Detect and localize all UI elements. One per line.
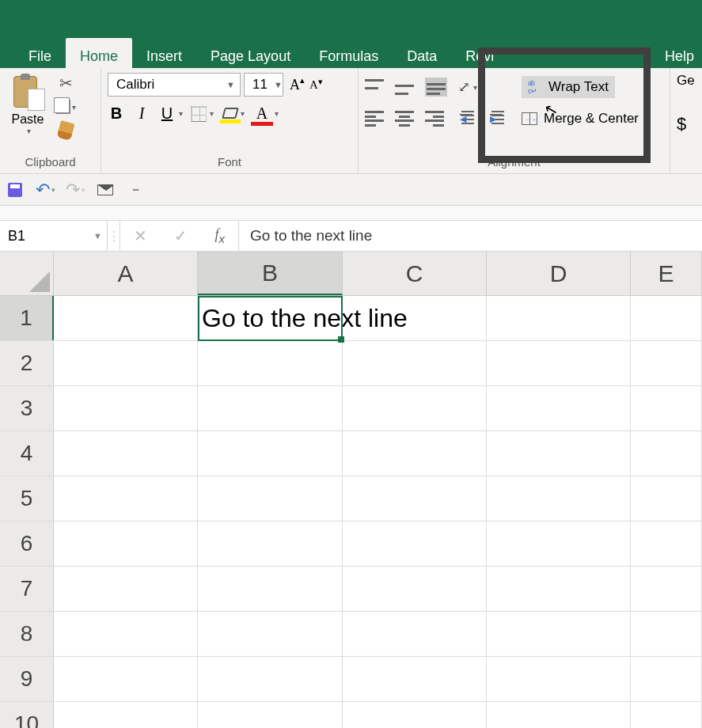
align-top-button[interactable] [365, 79, 384, 95]
cell[interactable] [198, 612, 343, 656]
cell[interactable] [487, 386, 631, 430]
column-header-b[interactable]: B [198, 252, 343, 295]
cell[interactable] [198, 702, 343, 728]
cell[interactable] [343, 341, 487, 385]
name-box[interactable]: B1 ▼ [0, 221, 108, 251]
tab-formulas[interactable]: Formulas [305, 38, 393, 68]
cell[interactable] [54, 702, 198, 728]
cell[interactable] [487, 521, 631, 566]
email-button[interactable] [97, 181, 114, 199]
row-header-10[interactable]: 10 [0, 702, 54, 728]
redo-button[interactable]: ↷▾ [66, 181, 84, 199]
cell[interactable] [54, 657, 198, 701]
cell[interactable] [54, 386, 198, 430]
cell[interactable] [487, 431, 631, 476]
row-header-1[interactable]: 1 [0, 296, 54, 340]
cell[interactable] [198, 521, 343, 566]
cell[interactable] [487, 476, 631, 521]
merge-center-button[interactable]: →← Merge & Center ▾ [515, 108, 657, 130]
tab-review[interactable]: Revi [451, 38, 508, 68]
cell[interactable] [631, 567, 702, 611]
font-size-combo[interactable]: 11 ▼ [244, 73, 283, 97]
increase-indent-button[interactable]: ▶ [485, 111, 504, 127]
cell[interactable] [198, 386, 343, 430]
cell[interactable] [631, 612, 702, 656]
cell[interactable] [198, 657, 343, 701]
borders-button[interactable]: ▾ [191, 106, 214, 122]
customize-qat-button[interactable]: ━ [127, 181, 144, 199]
align-bottom-button[interactable] [425, 78, 447, 97]
insert-function-button[interactable]: fx [214, 226, 225, 245]
copy-button[interactable]: ▾ [54, 97, 78, 117]
align-right-button[interactable] [425, 111, 444, 127]
cell[interactable] [631, 657, 702, 701]
tab-file[interactable]: File [14, 38, 66, 68]
cell[interactable] [487, 657, 631, 701]
cell[interactable] [631, 521, 702, 566]
align-middle-button[interactable] [395, 79, 414, 95]
row-header-3[interactable]: 3 [0, 386, 54, 430]
tab-help[interactable]: Help [651, 38, 702, 68]
tab-home[interactable]: Home [66, 38, 132, 68]
column-header-e[interactable]: E [631, 252, 702, 295]
cell[interactable] [631, 386, 702, 430]
cell[interactable] [54, 341, 198, 385]
row-header-4[interactable]: 4 [0, 431, 54, 476]
cell[interactable] [631, 296, 702, 340]
decrease-indent-button[interactable]: ◀ [455, 111, 474, 127]
cell[interactable] [54, 521, 198, 566]
row-header-8[interactable]: 8 [0, 612, 54, 656]
cell[interactable] [343, 612, 487, 656]
align-center-button[interactable] [395, 111, 414, 127]
fill-color-button[interactable]: ▾ [222, 108, 245, 120]
number-format-combo[interactable]: Ge [670, 68, 702, 89]
underline-button[interactable]: U▾ [158, 104, 183, 123]
align-left-button[interactable] [365, 111, 384, 127]
tab-page-layout[interactable]: Page Layout [196, 38, 305, 68]
paste-button[interactable]: Paste ▾ [6, 73, 49, 135]
font-name-combo[interactable]: Calibri ▼ [108, 73, 241, 97]
fill-handle[interactable] [338, 336, 344, 343]
font-color-button[interactable]: A▾ [252, 104, 279, 123]
paste-dropdown-icon[interactable]: ▾ [27, 127, 31, 135]
confirm-edit-button[interactable]: ✓ [174, 226, 188, 245]
row-header-6[interactable]: 6 [0, 521, 54, 566]
column-header-a[interactable]: A [54, 252, 198, 295]
cell[interactable] [198, 476, 343, 521]
cell[interactable] [631, 476, 702, 521]
cancel-edit-button[interactable]: ✕ [134, 226, 147, 245]
cell[interactable] [487, 702, 631, 728]
increase-font-button[interactable]: A▴ [286, 75, 303, 95]
cell[interactable] [343, 567, 487, 611]
cell[interactable] [631, 341, 702, 385]
column-header-c[interactable]: C [343, 252, 487, 295]
cell[interactable] [54, 476, 198, 521]
cell[interactable] [54, 431, 198, 476]
italic-button[interactable]: I [133, 104, 150, 123]
tab-data[interactable]: Data [393, 38, 451, 68]
tab-insert[interactable]: Insert [132, 38, 196, 68]
cell[interactable] [631, 431, 702, 476]
cell[interactable] [487, 341, 631, 385]
decrease-font-button[interactable]: A▾ [306, 77, 321, 93]
cell[interactable] [54, 612, 198, 656]
cell[interactable] [343, 386, 487, 430]
row-header-2[interactable]: 2 [0, 341, 54, 385]
cell[interactable] [343, 521, 487, 566]
select-all-button[interactable] [0, 252, 54, 295]
cell[interactable] [54, 567, 198, 611]
cell[interactable] [631, 702, 702, 728]
cell[interactable] [198, 341, 343, 385]
format-painter-button[interactable] [54, 120, 78, 141]
column-header-d[interactable]: D [487, 252, 631, 295]
cell[interactable] [54, 296, 198, 340]
bold-button[interactable]: B [108, 104, 125, 123]
formula-input[interactable]: Go to the next line [239, 221, 702, 251]
row-header-9[interactable]: 9 [0, 657, 54, 701]
wrap-text-button[interactable]: Wrap Text [522, 76, 615, 98]
cell[interactable] [343, 431, 487, 476]
cell[interactable] [343, 476, 487, 521]
cell[interactable] [343, 657, 487, 701]
row-header-7[interactable]: 7 [0, 567, 54, 611]
cell[interactable] [487, 612, 631, 656]
